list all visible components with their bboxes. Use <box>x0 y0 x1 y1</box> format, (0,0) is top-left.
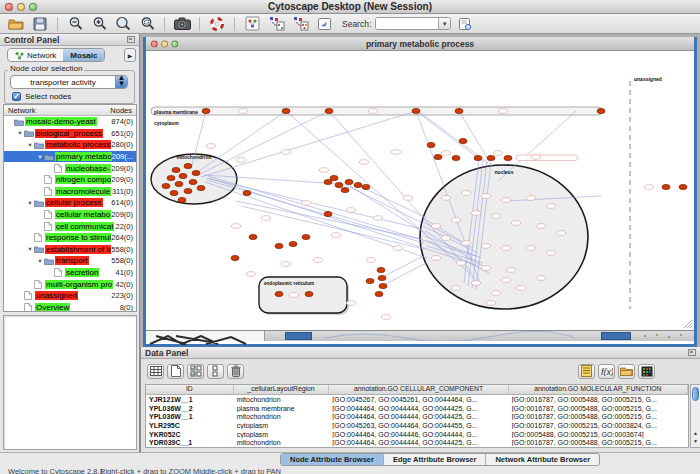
network-node[interactable] <box>662 184 670 189</box>
network-node[interactable] <box>289 293 298 298</box>
snapshot-button[interactable] <box>172 15 192 32</box>
network-canvas[interactable]: plasma membranecytoplasmmitochondrionnuc… <box>146 51 694 330</box>
network-node[interactable] <box>412 108 420 113</box>
tree-row[interactable]: Overview8(0) <box>4 302 136 313</box>
network-graph[interactable]: plasma membranecytoplasmmitochondrionnuc… <box>146 51 694 330</box>
tree-expand-arrow-icon[interactable]: ▼ <box>26 200 34 206</box>
tree-expand-arrow-icon[interactable]: ▼ <box>26 142 34 148</box>
network-node[interactable] <box>175 181 183 186</box>
new-attribute-button[interactable] <box>167 364 184 379</box>
network-node[interactable] <box>491 214 500 219</box>
network-node[interactable] <box>335 182 343 187</box>
network-node[interactable] <box>501 198 510 203</box>
network-node[interactable] <box>546 204 555 209</box>
network-node[interactable] <box>451 286 460 291</box>
network-node[interactable] <box>202 108 210 113</box>
tab-edge-attribute-browser[interactable]: Edge Attribute Browser <box>384 454 486 465</box>
network-node[interactable] <box>471 281 480 286</box>
network-node[interactable] <box>381 315 390 320</box>
network-node[interactable] <box>431 256 440 261</box>
table-column-header[interactable]: annotation.GO MOLECULAR_FUNCTION <box>509 385 688 394</box>
network-node[interactable] <box>243 190 251 195</box>
network-node[interactable] <box>501 278 510 283</box>
float-panel-icon[interactable] <box>127 36 135 43</box>
network-node[interactable] <box>474 155 482 160</box>
scrollbar-thumb[interactable] <box>692 387 699 401</box>
network-node[interactable] <box>362 184 370 189</box>
tab-mosaic[interactable]: Mosaic <box>63 49 104 61</box>
network-node[interactable] <box>511 221 520 226</box>
network-node[interactable] <box>493 151 502 156</box>
save-session-button[interactable] <box>30 15 50 32</box>
tree-row[interactable]: macromolecule311(0) <box>4 186 136 198</box>
table-column-header[interactable]: ID <box>146 385 234 394</box>
import-attributes-button[interactable] <box>618 364 635 379</box>
tab-node-attribute-browser[interactable]: Node Attribute Browser <box>281 454 384 465</box>
network-node[interactable] <box>461 241 470 246</box>
network-node[interactable] <box>403 196 412 201</box>
network-node[interactable] <box>184 163 192 168</box>
tree-row[interactable]: mosaic-demo-yeast874(0) <box>4 116 136 128</box>
resize-grip-icon[interactable] <box>684 320 692 328</box>
network-node[interactable] <box>184 188 192 193</box>
table-row[interactable]: YLR295Ccytoplasm[GO:0045263, GO:0044464,… <box>146 421 688 430</box>
network-node[interactable] <box>441 196 450 201</box>
tree-row[interactable]: ▼primary metabo209(... <box>4 151 136 163</box>
network-node[interactable] <box>249 234 257 239</box>
tab-network-attribute-browser[interactable]: Network Attribute Browser <box>486 454 599 465</box>
network-node[interactable] <box>486 301 495 306</box>
network-node[interactable] <box>330 175 338 180</box>
tree-row[interactable]: nucleobase-209(0) <box>4 162 136 174</box>
network-node[interactable] <box>281 262 290 267</box>
formula-button[interactable]: f(x) <box>598 364 615 379</box>
tree-row[interactable]: ▼cellular process614(0) <box>4 197 136 209</box>
zoom-fit-button[interactable] <box>113 15 133 32</box>
zoom-out-button[interactable] <box>65 15 85 32</box>
network-node[interactable] <box>192 170 200 175</box>
zoom-in-button[interactable] <box>89 15 109 32</box>
network-node[interactable] <box>441 236 450 241</box>
search-options-button[interactable] <box>455 15 475 32</box>
network-node-label[interactable] <box>516 155 578 161</box>
tree-expand-arrow-icon[interactable]: ▼ <box>16 130 24 136</box>
network-node[interactable] <box>427 142 435 147</box>
network-node[interactable] <box>471 211 480 216</box>
network-node[interactable] <box>379 283 387 288</box>
layout-network-button[interactable] <box>290 15 310 32</box>
delete-attribute-button[interactable] <box>227 364 244 379</box>
network-node[interactable] <box>172 167 180 172</box>
network-node[interactable] <box>167 175 175 180</box>
network-node[interactable] <box>281 150 290 155</box>
network-node[interactable] <box>206 144 215 149</box>
table-row[interactable]: YKR052Ccytoplasm[GO:0044464, GO:0044446,… <box>146 430 688 439</box>
tab-network[interactable]: Network <box>8 49 63 61</box>
tree-row[interactable]: unassigned223(0) <box>4 290 136 302</box>
network-node[interactable] <box>434 154 442 159</box>
search-input[interactable] <box>376 18 438 29</box>
tree-row[interactable]: ▼establishment of lo558(0) <box>4 244 136 256</box>
tree-row[interactable]: ▼transport558(0) <box>4 255 136 267</box>
table-row[interactable]: YPL036W__2plasma membrane[GO:0044464, GO… <box>146 404 688 413</box>
search-dropdown-arrow[interactable]: ▼ <box>438 17 450 30</box>
network-node[interactable] <box>431 224 440 229</box>
network-node[interactable] <box>170 190 178 195</box>
network-node[interactable] <box>526 246 535 251</box>
network-node[interactable] <box>313 258 322 263</box>
help-button[interactable] <box>207 15 227 32</box>
tree-expand-arrow-icon[interactable]: ▼ <box>36 258 44 264</box>
network-node[interactable] <box>455 108 463 113</box>
network-node[interactable] <box>536 224 545 229</box>
tree-expand-arrow-icon[interactable]: ▼ <box>26 246 34 252</box>
tree-row[interactable]: cell communicat22(0) <box>4 220 136 232</box>
network-node[interactable] <box>506 268 515 273</box>
network-node[interactable] <box>461 191 470 196</box>
network-node[interactable] <box>301 201 310 206</box>
network-node[interactable] <box>516 286 525 291</box>
network-node[interactable] <box>679 184 687 189</box>
network-node[interactable] <box>236 158 245 163</box>
network-node[interactable] <box>359 160 368 165</box>
tabs-overflow-button[interactable]: ▶ <box>124 48 136 62</box>
birds-eye-view[interactable] <box>3 315 137 450</box>
network-node[interactable] <box>441 151 450 156</box>
network-node[interactable] <box>456 261 465 266</box>
